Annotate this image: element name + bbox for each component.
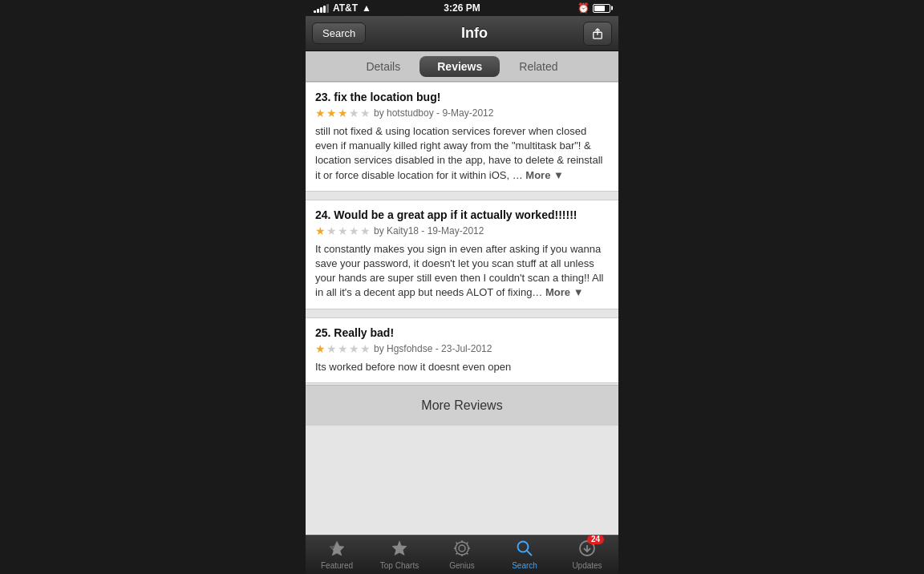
svg-marker-2 [392, 540, 407, 556]
wifi-icon: ▲ [362, 2, 371, 14]
carrier-label: AT&T [333, 2, 358, 14]
signal-bars [314, 3, 329, 13]
status-time: 3:26 PM [444, 2, 480, 14]
star-3: ★ [338, 342, 348, 355]
review-author: by Hgsfohdse - 23-Jul-2012 [374, 343, 492, 354]
tab-bar: Featured Top Charts [306, 535, 618, 574]
review-author: by Kaity18 - 19-May-2012 [374, 225, 484, 236]
tab-featured[interactable]: Featured [306, 536, 368, 574]
updates-icon: 24 [578, 540, 596, 560]
signal-bar-1 [314, 10, 316, 13]
svg-line-12 [456, 553, 458, 555]
review-item: 24. Would be a great app if it actually … [306, 200, 618, 309]
updates-label: Updates [572, 561, 602, 570]
search-label: Search [512, 561, 537, 570]
featured-icon [328, 540, 346, 560]
svg-line-11 [467, 543, 468, 544]
svg-line-14 [527, 551, 532, 556]
review-title: 25. Really bad! [315, 326, 609, 339]
updates-badge: 24 [587, 535, 604, 544]
star-5: ★ [360, 224, 371, 237]
status-left: AT&T ▲ [314, 2, 371, 14]
spacer [306, 193, 618, 200]
spacer [306, 311, 618, 317]
signal-bar-4 [323, 6, 326, 13]
content-area: 23. fix the location bug! ★ ★ ★ ★ ★ by h… [306, 82, 618, 535]
review-body: still not fixed & using location service… [315, 124, 609, 183]
star-2: ★ [326, 107, 337, 119]
share-icon [592, 27, 603, 40]
svg-line-9 [456, 543, 458, 544]
top-charts-label: Top Charts [380, 561, 419, 570]
star-rating: ★ ★ ★ ★ ★ [315, 224, 371, 237]
status-right: ⏰ [578, 2, 610, 14]
star-3: ★ [338, 107, 348, 119]
review-meta: ★ ★ ★ ★ ★ by Hgsfohdse - 23-Jul-2012 [315, 342, 609, 355]
signal-bar-3 [320, 7, 322, 13]
svg-point-13 [518, 542, 529, 552]
alarm-icon: ⏰ [578, 2, 590, 14]
tab-details[interactable]: Details [346, 55, 419, 78]
segment-control: Details Reviews Related [306, 51, 618, 82]
review-title: 24. Would be a great app if it actually … [315, 208, 609, 221]
top-charts-icon [391, 540, 408, 560]
signal-bar-2 [317, 9, 319, 13]
tab-search[interactable]: Search [493, 536, 556, 574]
more-reviews-button[interactable]: More Reviews [306, 385, 618, 426]
review-meta: ★ ★ ★ ★ ★ by Kaity18 - 19-May-2012 [315, 224, 609, 237]
star-1: ★ [315, 107, 326, 119]
back-button[interactable]: Search [312, 22, 366, 44]
phone-frame: AT&T ▲ 3:26 PM ⏰ Search Info Details Rev… [306, 0, 618, 574]
featured-label: Featured [321, 561, 353, 570]
star-5: ★ [360, 107, 371, 119]
star-1: ★ [315, 342, 326, 355]
share-button[interactable] [583, 22, 612, 46]
svg-point-4 [459, 545, 465, 552]
star-3: ★ [338, 224, 348, 237]
battery-fill [594, 6, 605, 11]
tab-top-charts[interactable]: Top Charts [368, 536, 431, 574]
page-title: Info [461, 25, 488, 42]
nav-bar: Search Info [306, 16, 618, 51]
review-body: It constantly makes you sign in even aft… [315, 242, 609, 301]
tab-reviews[interactable]: Reviews [419, 56, 500, 77]
review-author: by hotstudboy - 9-May-2012 [374, 107, 493, 119]
star-4: ★ [349, 342, 359, 355]
genius-label: Genius [449, 561, 475, 570]
star-1: ★ [315, 224, 326, 237]
battery-icon [593, 4, 610, 13]
status-bar: AT&T ▲ 3:26 PM ⏰ [306, 0, 618, 16]
review-body: Its worked before now it doesnt even ope… [315, 360, 609, 374]
more-link[interactable]: More ▼ [525, 169, 564, 181]
star-2: ★ [326, 342, 337, 355]
genius-icon [453, 540, 471, 560]
tab-genius[interactable]: Genius [431, 536, 493, 574]
tab-related[interactable]: Related [500, 55, 577, 78]
star-4: ★ [349, 107, 359, 119]
star-2: ★ [326, 224, 337, 237]
svg-line-10 [467, 553, 468, 555]
more-link[interactable]: More ▼ [545, 286, 584, 298]
tab-updates[interactable]: 24 Updates [556, 536, 618, 574]
review-meta: ★ ★ ★ ★ ★ by hotstudboy - 9-May-2012 [315, 107, 609, 119]
search-icon [516, 540, 533, 560]
star-5: ★ [360, 342, 371, 355]
review-item: 23. fix the location bug! ★ ★ ★ ★ ★ by h… [306, 82, 618, 192]
review-title: 23. fix the location bug! [315, 91, 609, 103]
svg-point-3 [456, 542, 468, 555]
signal-bar-5 [326, 4, 329, 13]
review-item: 25. Really bad! ★ ★ ★ ★ ★ by Hgsfohdse -… [306, 317, 618, 383]
star-rating: ★ ★ ★ ★ ★ [315, 342, 371, 355]
star-4: ★ [349, 224, 359, 237]
star-rating: ★ ★ ★ ★ ★ [315, 107, 371, 119]
